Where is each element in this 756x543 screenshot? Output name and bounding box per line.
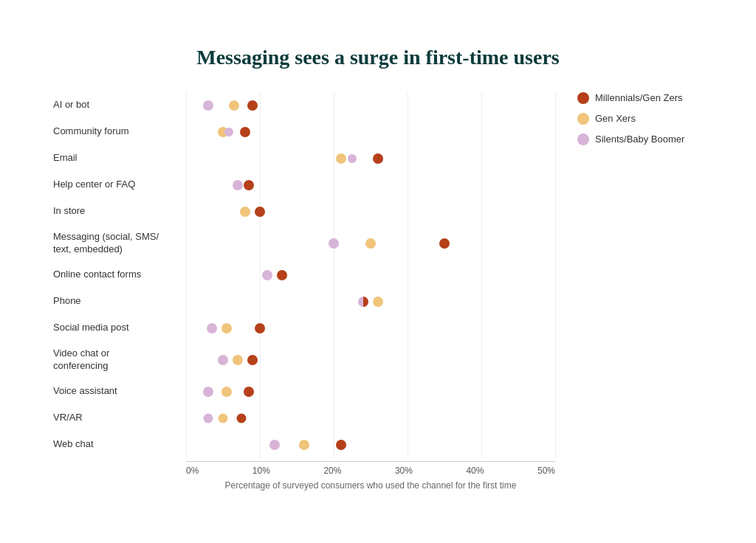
legend-item: Gen Xers — [577, 113, 710, 125]
legend-dot — [577, 134, 589, 145]
data-dot — [299, 440, 309, 450]
data-dot — [221, 323, 232, 333]
row-label: Social media post — [53, 315, 186, 342]
plot-area: 0%10%20%30%40%50% Percentage of surveyed… — [186, 92, 555, 491]
legend-item: Silents/Baby Boomer — [577, 134, 710, 145]
data-dot — [336, 153, 346, 164]
row-dots — [186, 172, 555, 198]
row-label: Phone — [53, 288, 186, 315]
data-dot — [365, 238, 376, 249]
data-dot — [244, 387, 254, 397]
data-dot — [373, 297, 383, 307]
x-tick: 20% — [323, 466, 341, 476]
data-dot — [240, 127, 250, 137]
chart-container: Messaging sees a surge in first-time use… — [24, 23, 732, 520]
data-dot — [277, 270, 287, 280]
legend-dot — [577, 113, 589, 125]
row-label: Online contact forms — [53, 262, 186, 288]
legend-label: Millennials/Gen Zers — [595, 92, 683, 103]
data-dot — [348, 154, 357, 163]
data-dot — [358, 297, 368, 307]
data-dot — [262, 270, 272, 280]
x-tick: 0% — [186, 466, 199, 476]
legend-label: Silents/Baby Boomer — [595, 134, 684, 145]
data-dot — [203, 100, 213, 111]
row-dots — [186, 262, 555, 288]
data-dot — [237, 413, 247, 423]
data-dot — [255, 207, 265, 217]
row-dots — [186, 378, 555, 405]
chart-body: AI or botCommunity forumEmailHelp center… — [53, 92, 703, 491]
data-dot — [247, 355, 258, 365]
data-dot — [224, 128, 233, 136]
labels-column: AI or botCommunity forumEmailHelp center… — [53, 92, 186, 491]
x-tick: 30% — [395, 466, 413, 476]
grid-line — [555, 92, 556, 458]
data-dot — [218, 355, 228, 365]
data-dot — [219, 413, 228, 423]
row-dots — [186, 198, 555, 225]
x-tick: 40% — [466, 466, 484, 476]
data-dot — [244, 180, 254, 190]
data-dot — [255, 323, 265, 333]
data-dot — [247, 100, 258, 111]
legend: Millennials/Gen Zers Gen Xers Silents/Ba… — [577, 92, 710, 491]
data-dot — [439, 238, 450, 249]
legend-item: Millennials/Gen Zers — [577, 92, 710, 104]
row-label: Messaging (social, SMS/text, embedded) — [53, 225, 186, 262]
row-dots — [186, 92, 555, 119]
data-dot — [373, 153, 383, 164]
data-dot — [233, 180, 243, 190]
row-dots — [186, 288, 555, 315]
row-dots — [186, 432, 555, 458]
legend-label: Gen Xers — [595, 113, 636, 124]
data-dot — [229, 100, 239, 111]
x-tick: 50% — [537, 466, 555, 476]
row-dots — [186, 342, 555, 378]
chart-title: Messaging sees a surge in first-time use… — [53, 45, 703, 70]
x-axis-label: Percentage of surveyed consumers who use… — [186, 480, 555, 491]
x-axis: 0%10%20%30%40%50% — [186, 461, 555, 476]
data-dot — [329, 238, 339, 249]
row-label: Web chat — [53, 432, 186, 458]
data-dot — [336, 440, 346, 450]
row-dots — [186, 145, 555, 172]
row-dots — [186, 119, 555, 145]
row-label: Help center or FAQ — [53, 172, 186, 198]
data-dot — [269, 440, 280, 450]
data-dot — [203, 387, 213, 397]
row-dots — [186, 225, 555, 262]
row-label: In store — [53, 198, 186, 225]
data-dot — [233, 355, 243, 365]
row-label: Voice assistant — [53, 378, 186, 405]
x-tick: 10% — [252, 466, 270, 476]
data-dot — [204, 413, 213, 423]
row-dots — [186, 405, 555, 432]
row-dots — [186, 315, 555, 342]
row-label: VR/AR — [53, 405, 186, 432]
x-ticks: 0%10%20%30%40%50% — [186, 462, 555, 476]
data-dot — [221, 387, 232, 397]
data-dot — [240, 207, 250, 217]
row-label: AI or bot — [53, 92, 186, 119]
legend-dot — [577, 92, 589, 104]
data-dot — [207, 323, 217, 333]
row-label: Email — [53, 145, 186, 172]
row-label: Community forum — [53, 119, 186, 145]
row-label: Video chat orconferencing — [53, 342, 186, 378]
